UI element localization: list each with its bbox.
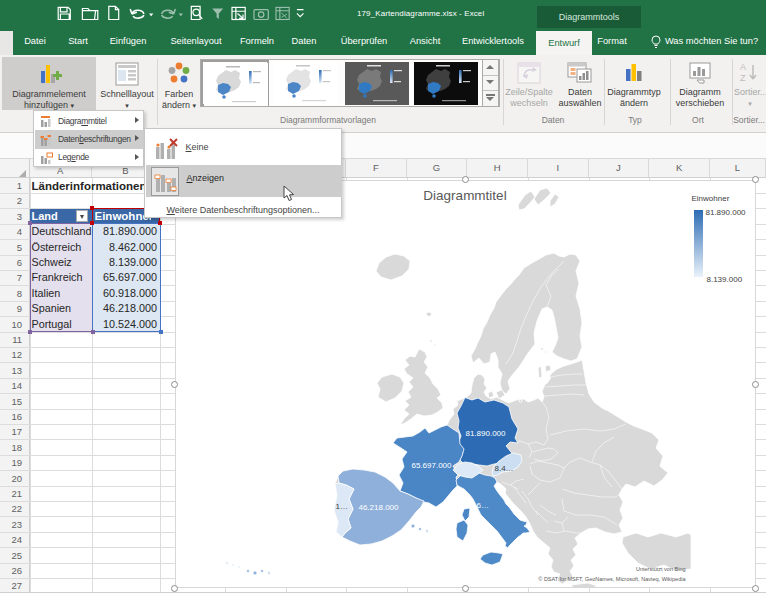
- svg-text:Z: Z: [740, 73, 746, 83]
- svg-text:A: A: [740, 62, 746, 72]
